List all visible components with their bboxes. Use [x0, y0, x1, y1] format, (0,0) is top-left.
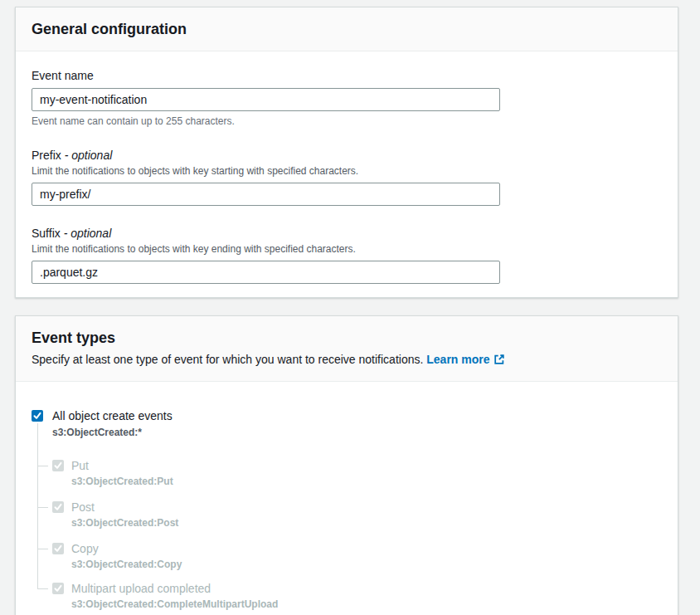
- event-types-header: Event types Specify at least one type of…: [16, 316, 678, 382]
- general-configuration-card: General configuration Event name Event n…: [15, 7, 678, 298]
- tree-line-branch: [37, 549, 48, 549]
- event-name-field: Event name Event name can contain up to …: [32, 68, 662, 128]
- suffix-field: Suffix - optional Limit the notification…: [32, 226, 662, 284]
- checkmark-icon: [33, 412, 41, 420]
- tree-line-branch: [37, 466, 48, 466]
- copy-row: Copy s3:ObjectCreated:Copy: [52, 541, 182, 571]
- suffix-label-text: Suffix: [32, 227, 61, 240]
- put-text: Put s3:ObjectCreated:Put: [71, 458, 173, 488]
- put-code: s3:ObjectCreated:Put: [71, 475, 173, 488]
- checkmark-icon: [54, 544, 62, 553]
- prefix-description: Limit the notifications to objects with …: [32, 164, 662, 178]
- multipart-upload-completed-code: s3:ObjectCreated:CompleteMultipartUpload: [71, 598, 278, 611]
- learn-more-link[interactable]: Learn more: [426, 353, 504, 366]
- tree-line-branch: [37, 588, 48, 589]
- event-types-body: All object create events s3:ObjectCreate…: [16, 382, 678, 615]
- copy-code: s3:ObjectCreated:Copy: [71, 558, 182, 571]
- optional-suffix: - optional: [64, 227, 112, 240]
- multipart-upload-completed-label: Multipart upload completed: [71, 581, 278, 596]
- all-object-create-events-label: All object create events: [52, 408, 173, 424]
- tree-line-vertical: [37, 423, 38, 588]
- all-object-create-events-code: s3:ObjectCreated:*: [52, 426, 142, 439]
- multipart-upload-completed-text: Multipart upload completed s3:ObjectCrea…: [71, 581, 278, 611]
- optional-suffix: - optional: [65, 149, 113, 162]
- general-configuration-title: General configuration: [32, 20, 662, 38]
- learn-more-label: Learn more: [426, 353, 489, 366]
- checkmark-icon: [54, 584, 62, 593]
- multipart-upload-completed-checkbox: [52, 583, 64, 594]
- prefix-label-text: Prefix: [32, 149, 61, 162]
- event-types-card: Event types Specify at least one type of…: [15, 315, 678, 615]
- copy-label: Copy: [71, 541, 182, 556]
- copy-text: Copy s3:ObjectCreated:Copy: [71, 541, 182, 571]
- post-text: Post s3:ObjectCreated:Post: [71, 500, 178, 530]
- post-row: Post s3:ObjectCreated:Post: [52, 500, 178, 530]
- external-link-icon: [493, 354, 505, 365]
- put-label: Put: [71, 458, 173, 473]
- general-configuration-body: Event name Event name can contain up to …: [16, 51, 678, 297]
- event-types-title: Event types: [32, 329, 662, 347]
- post-checkbox: [52, 501, 64, 513]
- post-code: s3:ObjectCreated:Post: [71, 516, 178, 530]
- put-checkbox: [52, 460, 64, 471]
- suffix-label: Suffix - optional: [32, 226, 662, 241]
- page: General configuration Event name Event n…: [0, 0, 700, 615]
- general-configuration-header: General configuration: [16, 7, 678, 51]
- event-name-label: Event name: [32, 68, 662, 83]
- event-name-label-text: Event name: [32, 69, 94, 82]
- tree-line-branch: [37, 507, 48, 508]
- checkmark-icon: [54, 503, 62, 511]
- suffix-description: Limit the notifications to objects with …: [32, 242, 662, 256]
- all-object-create-events-checkbox[interactable]: [32, 410, 43, 422]
- all-object-create-events-row: All object create events: [32, 408, 173, 424]
- put-row: Put s3:ObjectCreated:Put: [52, 458, 173, 488]
- prefix-input[interactable]: [32, 183, 500, 206]
- event-name-input[interactable]: [32, 88, 500, 111]
- checkmark-icon: [54, 461, 62, 470]
- event-types-description: Specify at least one type of event for w…: [32, 352, 662, 367]
- copy-checkbox: [52, 543, 64, 554]
- event-types-description-text: Specify at least one type of event for w…: [32, 353, 423, 366]
- prefix-field: Prefix - optional Limit the notification…: [32, 148, 662, 206]
- suffix-input[interactable]: [32, 261, 500, 284]
- multipart-upload-completed-row: Multipart upload completed s3:ObjectCrea…: [52, 581, 278, 611]
- event-name-helper: Event name can contain up to 255 charact…: [32, 115, 662, 128]
- prefix-label: Prefix - optional: [32, 148, 662, 163]
- post-label: Post: [71, 500, 178, 515]
